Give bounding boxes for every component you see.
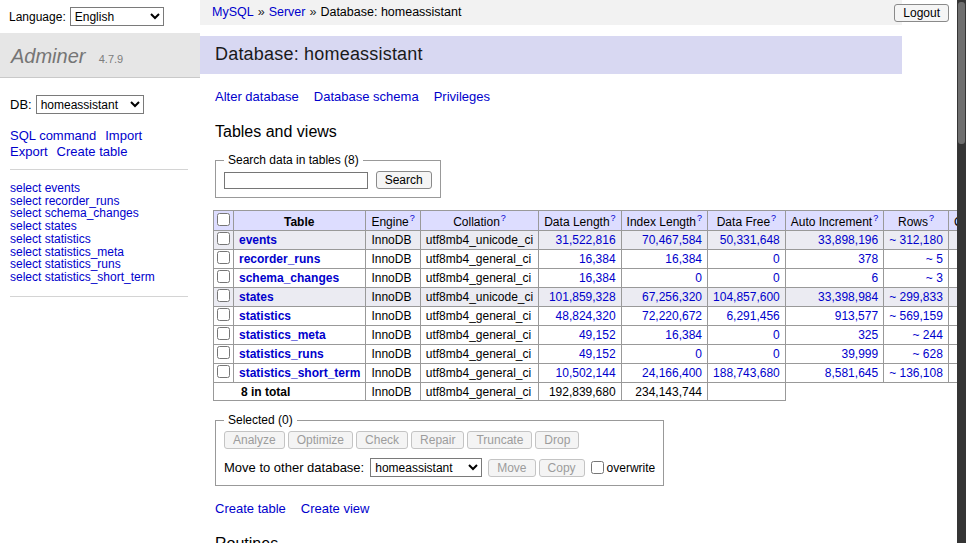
collation-cell: utf8mb4_general_ci	[420, 364, 538, 383]
table-link[interactable]: events	[239, 233, 277, 247]
data-length-cell: 101,859,328	[539, 288, 621, 307]
help-icon[interactable]: ?	[929, 213, 934, 223]
sidebar-item-select-events[interactable]: select events	[10, 182, 188, 195]
row-checkbox[interactable]	[217, 289, 230, 302]
breadcrumb-separator: »	[258, 5, 265, 19]
row-checkbox[interactable]	[217, 346, 230, 359]
sidebar-sql-command-link[interactable]: SQL command	[10, 128, 96, 143]
database-schema-link[interactable]: Database schema	[314, 89, 419, 104]
auto-increment-cell: 378	[785, 250, 883, 269]
sidebar: Adminer 4.7.9 DB:homeassistant SQL comma…	[0, 33, 200, 297]
table-row: recorder_runs InnoDB utf8mb4_general_ci …	[214, 250, 966, 269]
index-length-cell: 0	[621, 345, 707, 364]
row-checkbox[interactable]	[217, 327, 230, 340]
create-links: Create tableCreate view	[215, 501, 912, 516]
sidebar-create-table-link[interactable]: Create table	[57, 144, 128, 159]
db-select[interactable]: homeassistant	[36, 95, 144, 114]
collation-cell: utf8mb4_general_ci	[420, 250, 538, 269]
optimize-button: Optimize	[288, 431, 353, 449]
app-version: 4.7.9	[99, 53, 123, 65]
help-icon[interactable]: ?	[611, 213, 616, 223]
table-link[interactable]: states	[239, 290, 274, 304]
sidebar-item-select-states[interactable]: select states	[10, 220, 188, 233]
index-length-cell: 67,256,320	[621, 288, 707, 307]
help-icon[interactable]: ?	[410, 213, 415, 223]
sidebar-import-link[interactable]: Import	[105, 128, 142, 143]
db-selector-row: DB:homeassistant	[10, 95, 200, 114]
db-label: DB:	[10, 97, 32, 112]
data-free-cell: 188,743,680	[708, 364, 786, 383]
auto-increment-cell: 39,999	[785, 345, 883, 364]
collation-cell: utf8mb4_unicode_ci	[420, 231, 538, 250]
language-bar: Language:English	[9, 7, 164, 26]
table-link[interactable]: recorder_runs	[239, 252, 320, 266]
rows-count-cell: ~ 3	[884, 269, 949, 288]
database-actions: Alter databaseDatabase schemaPrivileges	[215, 89, 912, 104]
data-length-cell: 10,502,144	[539, 364, 621, 383]
search-button[interactable]: Search	[376, 171, 432, 189]
index-length-cell: 0	[621, 269, 707, 288]
overwrite-option: overwrite	[591, 461, 656, 475]
table-link[interactable]: statistics	[239, 309, 291, 323]
breadcrumb-separator: »	[309, 5, 316, 19]
auto-increment-cell: 33,898,196	[785, 231, 883, 250]
tables-overview-table: Table Engine? Collation? Data Length? In…	[213, 210, 966, 401]
data-free-cell: 0	[708, 326, 786, 345]
language-label: Language:	[9, 10, 66, 24]
data-free-cell: 104,857,600	[708, 288, 786, 307]
search-input[interactable]	[224, 172, 368, 189]
table-header-row: Table Engine? Collation? Data Length? In…	[214, 211, 966, 231]
table-link[interactable]: schema_changes	[239, 271, 339, 285]
auto-increment-cell: 33,398,984	[785, 288, 883, 307]
overwrite-checkbox[interactable]	[591, 461, 604, 474]
index-length-cell: 72,220,672	[621, 307, 707, 326]
index-length-cell: 70,467,584	[621, 231, 707, 250]
vertical-scrollbar[interactable]	[957, 0, 966, 543]
index-length-cell: 24,166,400	[621, 364, 707, 383]
select-all-checkbox[interactable]	[217, 213, 230, 226]
sidebar-item-select-statistics[interactable]: select statistics	[10, 233, 188, 246]
collation-cell: utf8mb4_unicode_ci	[420, 288, 538, 307]
engine-cell: InnoDB	[366, 345, 420, 364]
table-link[interactable]: statistics_meta	[239, 328, 326, 342]
create-view-link[interactable]: Create view	[301, 501, 370, 516]
breadcrumb-mysql-link[interactable]: MySQL	[212, 5, 254, 19]
collation-cell: utf8mb4_general_ci	[420, 269, 538, 288]
create-table-link[interactable]: Create table	[215, 501, 286, 516]
breadcrumb-server-link[interactable]: Server	[269, 5, 306, 19]
data-length-total-cell: 192,839,680	[539, 383, 621, 401]
rows-count-cell: ~ 136,108	[884, 364, 949, 383]
auto-increment-cell: 913,577	[785, 307, 883, 326]
copy-button: Copy	[539, 459, 585, 477]
row-checkbox[interactable]	[217, 365, 230, 378]
row-checkbox[interactable]	[217, 251, 230, 264]
auto-increment-cell: 8,581,645	[785, 364, 883, 383]
row-checkbox[interactable]	[217, 308, 230, 321]
collation-cell: utf8mb4_general_ci	[420, 383, 538, 401]
move-database-select[interactable]: homeassistant	[370, 458, 482, 477]
engine-cell: InnoDB	[366, 288, 420, 307]
data-length-cell: 49,152	[539, 326, 621, 345]
table-row: schema_changes InnoDB utf8mb4_general_ci…	[214, 269, 966, 288]
row-checkbox[interactable]	[217, 232, 230, 245]
tables-and-views-heading: Tables and views	[215, 123, 912, 141]
language-select[interactable]: English	[70, 7, 164, 26]
help-icon[interactable]: ?	[697, 213, 702, 223]
help-icon[interactable]: ?	[771, 213, 776, 223]
engine-cell: InnoDB	[366, 269, 420, 288]
alter-database-link[interactable]: Alter database	[215, 89, 299, 104]
sidebar-export-link[interactable]: Export	[10, 144, 48, 159]
index-length-cell: 16,384	[621, 250, 707, 269]
privileges-link[interactable]: Privileges	[434, 89, 490, 104]
table-link[interactable]: statistics_short_term	[239, 366, 360, 380]
help-icon[interactable]: ?	[501, 213, 506, 223]
scrollbar-thumb[interactable]	[958, 2, 965, 144]
engine-cell: InnoDB	[366, 250, 420, 269]
help-icon[interactable]: ?	[873, 213, 878, 223]
collation-cell: utf8mb4_general_ci	[420, 307, 538, 326]
sidebar-item-select-statistics-short-term[interactable]: select statistics_short_term	[10, 271, 188, 284]
sidebar-commands: SQL commandImport ExportCreate table	[10, 128, 188, 170]
table-link[interactable]: statistics_runs	[239, 347, 324, 361]
row-checkbox[interactable]	[217, 270, 230, 283]
logout-button[interactable]: Logout	[894, 4, 949, 22]
